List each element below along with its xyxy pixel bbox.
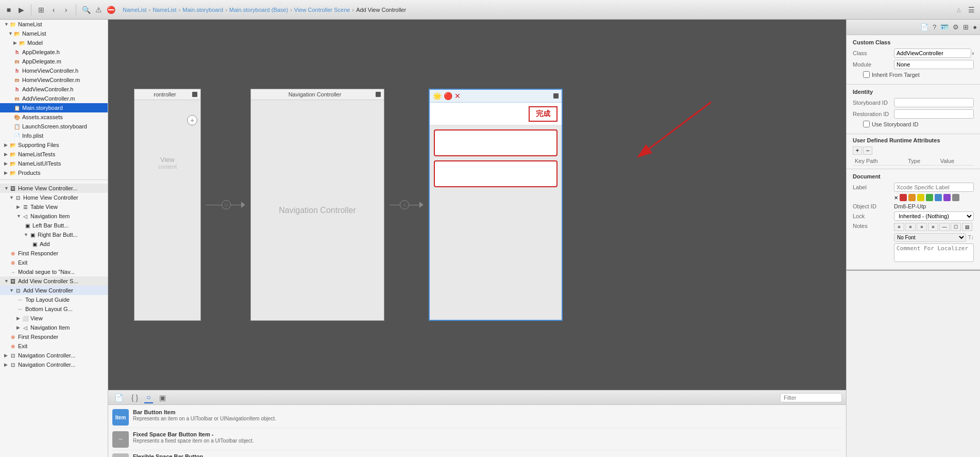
sidebar-storyboard-navctrl1[interactable]: ▶ ⊡ Navigation Controller... [0, 351, 108, 360]
swatch-yellow[interactable] [917, 194, 924, 201]
canvas-plus-button[interactable]: + [187, 115, 197, 125]
sidebar-item-launch-storyboard[interactable]: 📋 LaunchScreen.storyboard [0, 122, 108, 131]
storyboard-id-input[interactable] [894, 98, 974, 107]
class-arrow-icon[interactable]: › [972, 51, 974, 56]
notes-textarea[interactable] [894, 243, 974, 262]
inherit-checkbox[interactable] [863, 71, 870, 78]
lib-filter-input[interactable] [780, 393, 842, 402]
breadcrumb-item-6[interactable]: Add View Controller [356, 7, 406, 13]
back-icon[interactable]: ‹ [49, 5, 58, 14]
lib-tab-media[interactable]: ▣ [157, 393, 168, 403]
sidebar-item-appdelegate-m[interactable]: m AppDelegate.m [0, 57, 108, 66]
lib-tab-code[interactable]: { } [129, 393, 140, 403]
sidebar-item-homevc-m[interactable]: m HomeViewController.m [0, 75, 108, 85]
stop-button[interactable]: ■ [4, 5, 13, 14]
breadcrumb-item-1[interactable]: NameList [123, 7, 146, 13]
breadcrumb-item-3[interactable]: Main.storyboard [182, 7, 223, 13]
breadcrumb-item-4[interactable]: Main.storyboard (Base) [229, 7, 288, 13]
sidebar-storyboard-toplayout[interactable]: ─ Top Layout Guide [0, 295, 108, 304]
sidebar-storyboard-firstresponder1[interactable]: ⊕ First Responder [0, 249, 108, 258]
doc-label-input[interactable] [894, 183, 974, 192]
sidebar-storyboard-addvcscene[interactable]: ▼ 🖼 Add View Controller S... [0, 276, 108, 286]
sidebar-storyboard-rightbar[interactable]: ▼ ▣ Right Bar Butt... [0, 230, 108, 239]
sidebar-storyboard-leftbar[interactable]: ▣ Left Bar Butt... [0, 221, 108, 230]
lib-item-fixed-space[interactable]: ··· Fixed Space Bar Button Item - Repres… [112, 429, 842, 450]
sidebar-storyboard-homevc-scene[interactable]: ▼ 🖼 Home View Controller... [0, 184, 108, 193]
inspector-attrib-icon[interactable]: ⚙ [953, 23, 959, 31]
swatch-red[interactable] [900, 194, 907, 201]
sidebar-item-products[interactable]: ▶ 📂 Products [0, 168, 108, 177]
inspector-file-icon[interactable]: 📄 [920, 23, 928, 31]
sidebar-item-model[interactable]: ▶ 📂 Model [0, 38, 108, 47]
swatch-x[interactable]: ✕ [894, 195, 898, 201]
sidebar-storyboard-modalsegue[interactable]: → Modal segue to "Nav... [0, 267, 108, 276]
inspector-size-icon[interactable]: ⊞ [963, 23, 969, 31]
notes-align-right[interactable]: ≡ [917, 223, 927, 231]
module-input[interactable] [894, 60, 974, 69]
use-storyboard-checkbox[interactable] [863, 121, 870, 127]
add-vc-close-btn[interactable] [553, 93, 559, 99]
home-vc-block[interactable]: rontroller View content + [134, 89, 201, 321]
sidebar-storyboard-navitem2[interactable]: ▶ ◁ Navigation Item [0, 323, 108, 332]
sidebar-storyboard-exit2[interactable]: ⊗ Exit [0, 341, 108, 351]
sidebar-item-appdelegate-h[interactable]: h AppDelegate.h [0, 47, 108, 57]
sidebar-item-addvc-h[interactable]: h AddViewController.h [0, 85, 108, 94]
inspector-identity-icon[interactable]: 🪪 [940, 23, 949, 31]
sidebar-storyboard-navctrl2[interactable]: ▶ ⊡ Navigation Controller... [0, 360, 108, 369]
restoration-id-input[interactable] [894, 109, 974, 119]
nav-vc-block[interactable]: Navigation Controller Navigation Control… [250, 89, 384, 321]
lock-select[interactable]: Inherited - (Nothing) Nothing All Proper… [894, 211, 974, 221]
inspector-connections-icon[interactable]: ● [973, 23, 977, 31]
error-icon[interactable]: ⛔ [106, 5, 115, 14]
sidebar-storyboard-addvc[interactable]: ▼ ⊡ Add View Controller [0, 286, 108, 295]
search-icon[interactable]: 🔍 [81, 5, 91, 14]
add-vc-block[interactable]: 🌟 🔴 ✕ 完成 [429, 89, 563, 321]
lib-tab-object[interactable]: ○ [144, 392, 153, 403]
class-input[interactable] [894, 48, 971, 58]
sidebar-item-namelisttests[interactable]: ▶ 📂 NameListTests [0, 150, 108, 159]
sidebar-storyboard-exit1[interactable]: ⊗ Exit [0, 258, 108, 267]
inspector-toggle[interactable]: ☰ [967, 5, 976, 14]
run-button[interactable]: ▶ [16, 5, 26, 14]
grid-icon[interactable]: ⊞ [37, 5, 46, 14]
notes-list1[interactable]: ☐ [951, 223, 961, 231]
swatch-blue[interactable] [935, 194, 942, 201]
forward-icon[interactable]: › [61, 5, 71, 14]
lib-item-bar-button[interactable]: Item Bar Button Item Represents an item … [112, 407, 842, 428]
sidebar-item-addvc-m[interactable]: m AddViewController.m [0, 94, 108, 103]
text-field-2[interactable] [434, 160, 557, 187]
breadcrumb-item-5[interactable]: View Controller Scene [294, 7, 350, 13]
sidebar-storyboard-homevc[interactable]: ▼ ⊡ Home View Controller [0, 193, 108, 202]
swatch-orange[interactable] [908, 194, 916, 201]
sidebar-item-info-plist[interactable]: 📄 Info.plist [0, 131, 108, 140]
swatch-purple[interactable] [943, 194, 951, 201]
sidebar-storyboard-view[interactable]: ▶ ⬜ View [0, 314, 108, 323]
inspector-quick-help-icon[interactable]: ? [933, 23, 936, 31]
warning-icon[interactable]: ⚠ [94, 5, 103, 14]
sidebar-item-supporting[interactable]: ▶ 📂 Supporting Files [0, 140, 108, 150]
sidebar-item-main-storyboard[interactable]: 📋 Main.storyboard [0, 103, 108, 112]
notes-justify[interactable]: ≡ [928, 223, 938, 231]
udr-minus-btn[interactable]: − [863, 146, 872, 155]
sidebar-storyboard-add[interactable]: ▣ Add [0, 239, 108, 249]
sidebar-item-nameList[interactable]: ▼ 📁 NameList [0, 20, 108, 29]
notes-list2[interactable]: ▤ [962, 223, 972, 231]
notes-align-center[interactable]: ≡ [905, 223, 916, 231]
sidebar-item-namelistuitests[interactable]: ▶ 📂 NameListUITests [0, 159, 108, 168]
kansei-button[interactable]: 完成 [529, 106, 557, 122]
udr-plus-btn[interactable]: + [853, 146, 862, 155]
plus-circle-icon[interactable]: + [187, 115, 197, 125]
notes-align-left[interactable]: ≡ [894, 223, 904, 231]
sidebar-item-assets[interactable]: 🎨 Assets.xcassets [0, 112, 108, 122]
sidebar-storyboard-bottomlayout[interactable]: ─ Bottom Layout G... [0, 304, 108, 314]
sidebar-item-homevc-h[interactable]: h HomeViewController.h [0, 66, 108, 75]
font-select[interactable]: No Font [894, 233, 966, 242]
sidebar-item-nameList2[interactable]: ▼ 📂 NameList [0, 29, 108, 38]
sidebar-storyboard-tableview[interactable]: ▶ ☰ Table View [0, 202, 108, 211]
sidebar-storyboard-firstresponder2[interactable]: ⊕ First Responder [0, 332, 108, 341]
sidebar-storyboard-navitem1[interactable]: ▼ ◁ Navigation Item [0, 211, 108, 221]
swatch-gray[interactable] [952, 194, 959, 201]
lib-tab-file[interactable]: 📄 [112, 393, 125, 403]
swatch-green[interactable] [926, 194, 933, 201]
text-field-1[interactable] [434, 129, 557, 156]
